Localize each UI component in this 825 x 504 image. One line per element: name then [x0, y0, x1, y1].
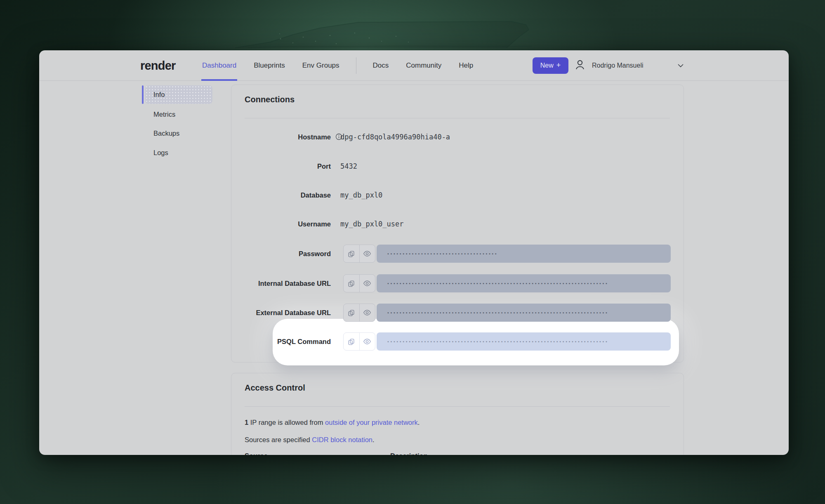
ip-range-text: IP range is allowed from [248, 419, 325, 426]
access-control-title: Access Control [245, 383, 305, 393]
eye-icon[interactable] [360, 333, 375, 350]
internal-url-actions [343, 274, 375, 292]
copy-icon[interactable] [344, 245, 360, 262]
chevron-down-icon [677, 62, 684, 69]
connection-row-external-url: External Database URL ••••••••••••••••••… [231, 304, 684, 322]
cidr-notation-link[interactable]: CIDR block notation [312, 436, 372, 443]
nav-env-groups[interactable]: Env Groups [302, 50, 340, 81]
username-label: Username [231, 215, 331, 233]
nav-docs[interactable]: Docs [372, 50, 390, 81]
sidebar-item-label: Info [153, 91, 165, 99]
description-column-header: Description [390, 452, 428, 455]
port-label: Port [231, 157, 331, 175]
nav-community[interactable]: Community [405, 50, 442, 81]
primary-nav: Dashboard Blueprints Env Groups Docs Com… [201, 50, 474, 81]
connection-row-password: Password •••••••••••••••••••••••••••••••… [231, 245, 684, 263]
new-button-label: New [540, 62, 554, 69]
connections-title: Connections [245, 95, 295, 104]
background-mesa-sketch [231, 10, 544, 51]
user-icon [574, 59, 586, 73]
sources-text: Sources are specified [245, 436, 312, 443]
hostname-value: dpg-cfd8qola4996a90hia40-a [340, 128, 450, 146]
user-menu[interactable]: Rodrigo Mansueli [574, 50, 684, 81]
sources-line: Sources are specified CIDR block notatio… [245, 436, 375, 444]
sources-suffix: . [372, 436, 375, 443]
ip-range-count: 1 [245, 419, 248, 426]
ip-range-suffix: . [418, 419, 420, 426]
password-label: Password [231, 245, 331, 263]
connection-row-database: Database my_db_pxl0 [231, 186, 684, 204]
external-url-masked-field: ••••••••••••••••••••••••••••••••••••••••… [377, 304, 671, 322]
connection-row-psql-command: PSQL Command •••••••••••••••••••••••••••… [231, 332, 684, 351]
connections-card: Connections Hostname dpg-cfd8qola4996a90… [231, 85, 684, 363]
password-actions [343, 245, 375, 263]
sidebar-item-backups[interactable]: Backups [153, 129, 179, 138]
connection-row-port: Port 5432 [231, 157, 684, 175]
database-value: my_db_pxl0 [340, 186, 382, 204]
sidebar-item-metrics[interactable]: Metrics [153, 110, 175, 119]
connection-row-internal-url: Internal Database URL ••••••••••••••••••… [231, 274, 684, 292]
connection-row-hostname: Hostname dpg-cfd8qola4996a90hia40-a [231, 128, 684, 146]
nav-blueprints[interactable]: Blueprints [253, 50, 286, 81]
sidebar-item-logs[interactable]: Logs [153, 148, 168, 157]
copy-icon[interactable] [344, 275, 360, 292]
divider [245, 406, 670, 407]
private-network-link[interactable]: outside of your private network [325, 419, 418, 426]
divider [245, 118, 670, 118]
eye-icon[interactable] [360, 275, 375, 292]
plus-icon: + [556, 61, 561, 70]
eye-icon[interactable] [360, 245, 375, 262]
new-button[interactable]: New + [533, 57, 568, 74]
internal-url-label: Internal Database URL [231, 274, 331, 292]
eye-icon[interactable] [360, 304, 375, 321]
copy-icon[interactable] [344, 333, 360, 350]
nav-help[interactable]: Help [458, 50, 474, 81]
external-url-actions [343, 304, 375, 322]
ip-range-line: 1 IP range is allowed from outside of yo… [245, 419, 420, 426]
port-value: 5432 [340, 157, 357, 175]
render-logo[interactable]: render [140, 50, 175, 81]
sidebar-item-info[interactable]: Info [145, 85, 212, 104]
user-name: Rodrigo Mansueli [592, 62, 644, 69]
nav-divider [356, 57, 356, 74]
sidebar-active-indicator [142, 85, 144, 104]
connection-row-username: Username my_db_pxl0_user [231, 215, 684, 233]
source-column-header: Source [245, 452, 268, 455]
psql-command-actions [343, 332, 375, 351]
copy-icon[interactable] [344, 304, 360, 321]
password-masked-field: •••••••••••••••••••••••••••••••••••• [377, 245, 671, 263]
top-navbar: render Dashboard Blueprints Env Groups D… [39, 50, 789, 81]
internal-url-masked-field: ••••••••••••••••••••••••••••••••••••••••… [377, 274, 671, 292]
psql-command-masked-field: ••••••••••••••••••••••••••••••••••••••••… [377, 332, 671, 351]
access-control-card: Access Control 1 IP range is allowed fro… [231, 373, 684, 455]
database-label: Database [231, 186, 331, 204]
psql-command-label: PSQL Command [231, 332, 331, 351]
nav-dashboard[interactable]: Dashboard [201, 50, 237, 81]
hostname-label: Hostname [231, 128, 331, 146]
app-window: render Dashboard Blueprints Env Groups D… [39, 50, 789, 455]
external-url-label: External Database URL [231, 304, 331, 322]
username-value: my_db_pxl0_user [340, 215, 404, 233]
